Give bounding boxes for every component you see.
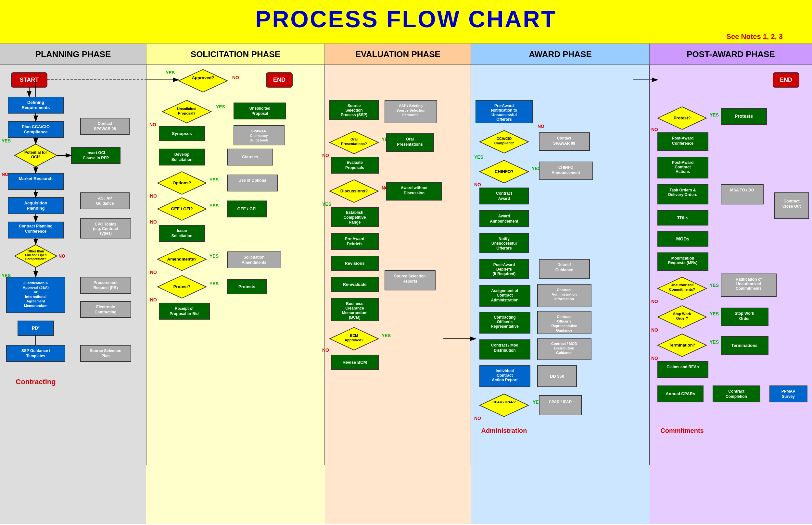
debrief-guid-label2: Guidance bbox=[555, 268, 573, 272]
gfe-gfi-q-label: GFE / GFI? bbox=[171, 206, 193, 211]
ssp-proc-label3: Process (SSP) bbox=[341, 112, 367, 117]
assign-ca-label3: Administration bbox=[491, 298, 519, 302]
no-protest: NO bbox=[150, 297, 157, 302]
yes-options: YES bbox=[209, 177, 219, 182]
cca-q-label2: Compliant? bbox=[494, 141, 514, 145]
cmd-guid-label2: Distribution bbox=[554, 346, 574, 350]
as-ap-guidance-node bbox=[81, 193, 129, 209]
no-gfe: NO bbox=[150, 219, 157, 225]
source-selection-plan-node bbox=[81, 345, 131, 361]
tdls-label: TDLs bbox=[677, 215, 688, 220]
ssp-brief-label2: Source Selection bbox=[396, 108, 425, 112]
cmd-guid-label: Contract / MOD bbox=[551, 342, 577, 346]
est-comp-label: Establish bbox=[346, 210, 363, 215]
spawar-claim-label: SPAWAR bbox=[251, 129, 267, 133]
cmd-guid-label3: Guidance bbox=[556, 351, 572, 355]
pre-award-notif-label: Pre-Award bbox=[494, 104, 514, 108]
cc-label: Contract bbox=[728, 389, 744, 394]
market-research-node bbox=[8, 173, 63, 190]
insert-oci-label2: Clause in RFP bbox=[83, 156, 109, 160]
plan-cca-label: Plan CCA/CIO bbox=[22, 124, 50, 129]
bcm-label: Business bbox=[346, 301, 363, 306]
pre-award-debriefs-node bbox=[331, 233, 378, 250]
end-pa-label: END bbox=[780, 77, 792, 83]
post-award-deb-label3: (If Required) bbox=[493, 272, 516, 276]
bcm-label3: Memorandum bbox=[342, 311, 368, 315]
chinfo-ann-label2: Announcement bbox=[551, 170, 580, 175]
oral-q-label2: Presentations? bbox=[341, 142, 367, 146]
notify-un-label2: Unsuccessful bbox=[491, 241, 517, 246]
other-full-label2: Full and Open bbox=[25, 253, 47, 257]
yes-label-oci: YES bbox=[2, 138, 11, 144]
contract-award-label2: Award bbox=[498, 196, 510, 201]
ppmap-label2: Survey bbox=[782, 394, 795, 399]
solicitation-phase-label: SOLICITATION PHASE bbox=[191, 49, 280, 59]
pr-label: Procurement bbox=[93, 280, 118, 285]
pre-award-notif-label3: Unsuccessful bbox=[491, 112, 517, 117]
unsol-prop-label: Unsolicited bbox=[249, 106, 271, 111]
pa-conf-label: Post-Award bbox=[672, 136, 694, 140]
ja-label2: Approval (J&A) bbox=[23, 286, 49, 289]
icar-label3: Action Report bbox=[492, 378, 518, 382]
main-title: PROCESS FLOW CHART bbox=[3, 6, 809, 32]
eval-proposals-node bbox=[331, 157, 378, 173]
eval-prop-label: Evaluate bbox=[347, 160, 363, 165]
cpc-label: Contract Planning bbox=[19, 224, 52, 228]
award-no-disc-label: Award without bbox=[401, 185, 427, 190]
cc-label2: Completion bbox=[726, 394, 747, 399]
cpc-topics-label2: (e.g. Contract bbox=[93, 226, 118, 231]
postaward-phase-label: POST-AWARD PHASE bbox=[687, 49, 775, 59]
ppmap-label: PPMAP bbox=[782, 389, 795, 394]
bcm-label2: Clearance bbox=[345, 306, 364, 311]
ca-info-label2: Administration bbox=[551, 292, 577, 296]
yes-unauth: YES bbox=[710, 283, 719, 288]
term-q-label: Termination? bbox=[669, 343, 695, 347]
award-ann-label2: Announcement bbox=[490, 219, 518, 224]
commitments-label: Commitments bbox=[660, 427, 704, 434]
post-award-deb-label2: Debriefs bbox=[496, 267, 512, 272]
ssr-label: Source Selection bbox=[394, 274, 425, 279]
msa-todo-label: MSA TO / DO bbox=[730, 188, 754, 192]
post-award-deb-label: Post-Award bbox=[493, 262, 515, 267]
title-bar: PROCESS FLOW CHART See Notes 1, 2, 3 bbox=[0, 0, 812, 44]
sol-amend-label: Solicitation bbox=[244, 255, 265, 259]
administration-label: Administration bbox=[481, 427, 527, 434]
msa-todo-node bbox=[721, 185, 763, 204]
contact-spawar-1-node bbox=[81, 118, 129, 134]
protest-pa-label: Protest? bbox=[673, 116, 691, 120]
protests-pa-label: Protests bbox=[735, 114, 753, 119]
receipt-prop-label: Receipt of bbox=[175, 306, 194, 311]
est-comp-label2: Competitive bbox=[344, 215, 366, 220]
procurement-request-node bbox=[81, 277, 131, 293]
no-chinfo: NO bbox=[474, 182, 481, 187]
protest-sol-label: Protest? bbox=[173, 284, 191, 289]
award-phase-label: AWARD PHASE bbox=[529, 49, 592, 59]
no-label-oci: NO bbox=[2, 171, 9, 177]
unsol-q-label2: Proposal? bbox=[178, 111, 195, 115]
yes-cca: YES bbox=[474, 154, 483, 160]
co-rep-guid-label3: Representative bbox=[551, 324, 577, 328]
insert-oci-label: Insert OCI bbox=[86, 151, 105, 155]
ja-label3: or bbox=[34, 290, 38, 294]
contract-award-node bbox=[480, 188, 528, 204]
no-unauth: NO bbox=[651, 299, 658, 304]
unauth-label2: Commitments? bbox=[669, 287, 695, 291]
no-other: NO bbox=[58, 253, 65, 259]
ssp-proc-label2: Selection bbox=[345, 108, 362, 112]
develop-sol-label2: Solicitation bbox=[172, 158, 193, 162]
flowchart-svg: PLANNING PHASE SOLICITATION PHASE EVALUA… bbox=[0, 44, 812, 524]
chinfo-label: CHINFO? bbox=[495, 169, 513, 174]
ssp-guidance-node bbox=[6, 345, 65, 361]
ssp-guidance-label: SSP Guidance / bbox=[21, 348, 50, 353]
ja-label4: International bbox=[25, 295, 46, 299]
yes-bcm: YES bbox=[382, 333, 391, 338]
cpc-label2: Conference bbox=[25, 229, 46, 234]
swo-label: Stop Work bbox=[735, 311, 754, 316]
cca-q-label: CCA/CIO bbox=[497, 137, 512, 140]
no-unsolicited: NO bbox=[149, 122, 156, 127]
electronic-contracting-node bbox=[81, 301, 131, 318]
co-rep-guid-label4: Guidance bbox=[556, 328, 572, 332]
other-full-label3: Competition? bbox=[25, 257, 46, 261]
est-comp-label3: Range bbox=[349, 220, 361, 225]
award-no-disc-label2: Discussion bbox=[404, 191, 424, 195]
